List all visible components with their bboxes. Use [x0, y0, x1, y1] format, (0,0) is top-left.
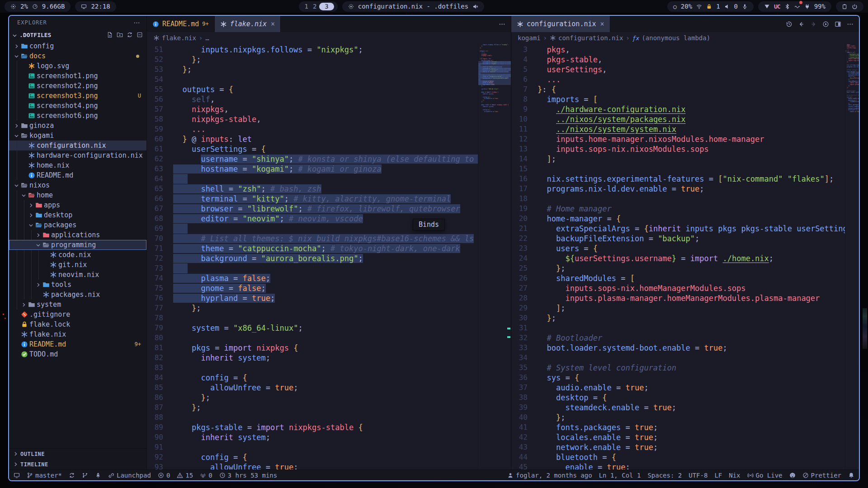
- code-line-80[interactable]: 80: [147, 333, 478, 343]
- code-line-59[interactable]: 59 ...: [147, 124, 478, 134]
- tree-item-.gitignore[interactable]: .gitignore: [9, 310, 146, 319]
- code-line-38[interactable]: 38 desktop = {: [511, 393, 845, 403]
- code-line-33[interactable]: 33 boot.loader.systemd-boot.enable = tru…: [511, 343, 845, 353]
- system-stats-pill[interactable]: 2% 9.66GB: [5, 1, 71, 12]
- status-indentation[interactable]: Spaces: 2: [647, 472, 682, 479]
- code-line-7[interactable]: 7}: {: [511, 84, 845, 94]
- code-line-85[interactable]: 85 allowUnfree = true;: [147, 383, 478, 393]
- tree-item-README.md[interactable]: README.md9+: [9, 339, 146, 349]
- code-line-3[interactable]: 3 pkgs,: [511, 45, 845, 55]
- split-editor-icon[interactable]: [835, 21, 841, 28]
- tree-item-docs[interactable]: docs: [9, 51, 146, 61]
- code-line-40[interactable]: 40 };: [511, 413, 845, 422]
- code-editor-configuration[interactable]: 3 pkgs,4 pkgs-stable,5 userSettings,6 ..…: [511, 44, 845, 469]
- minimap[interactable]: pkgs, pkgs-stable, userSettings, ...}: {…: [845, 44, 859, 469]
- code-line-53[interactable]: 53 };: [147, 65, 478, 75]
- code-line-4[interactable]: 4 pkgs-stable,: [511, 55, 845, 65]
- status-source-control-graph[interactable]: [82, 472, 88, 479]
- code-line-25[interactable]: 25 };: [511, 263, 845, 273]
- status-encoding[interactable]: UTF-8: [689, 472, 708, 479]
- breadcrumb-item[interactable]: configuration.nix: [550, 34, 623, 42]
- tree-item-tools[interactable]: tools: [9, 280, 146, 290]
- code-line-74[interactable]: 74 plasma = false;: [147, 273, 478, 283]
- code-line-58[interactable]: 58 nixpkgs-stable,: [147, 114, 478, 124]
- workspace-1[interactable]: 1: [302, 3, 310, 10]
- code-editor-flake[interactable]: 51 inputs.nixpkgs.follows = "nixpkgs";52…: [147, 44, 478, 469]
- status-cursor-position[interactable]: Ln 1, Col 1: [599, 472, 641, 479]
- code-line-62[interactable]: 62 username = "shinya"; # konsta or shin…: [147, 154, 478, 164]
- code-line-9[interactable]: 9 ./hardware-configuration.nix: [511, 104, 845, 114]
- uc-tray-icon[interactable]: UC: [774, 3, 780, 10]
- tree-item-TODO.md[interactable]: TODO.md: [9, 349, 146, 359]
- code-line-60[interactable]: 60 } @ inputs: let: [147, 134, 478, 144]
- code-line-13[interactable]: 13 inputs.sops-nix.nixosModules.sops: [511, 144, 845, 154]
- code-line-51[interactable]: 51 inputs.nixpkgs.follows = "nixpkgs";: [147, 45, 478, 55]
- code-line-41[interactable]: 41 fonts.packages = true;: [511, 422, 845, 432]
- code-line-81[interactable]: 81 pkgs = import nixpkgs {: [147, 343, 478, 353]
- code-line-79[interactable]: 79 system = "x86_64-linux";: [147, 323, 478, 333]
- tree-item-home.nix[interactable]: home.nix: [9, 160, 146, 170]
- tree-item-system[interactable]: system: [9, 300, 146, 310]
- code-line-6[interactable]: 6 ...: [511, 75, 845, 84]
- local-history-icon[interactable]: [786, 21, 793, 28]
- code-line-66[interactable]: 66 terminal = "kitty"; # kitty, alacritt…: [147, 194, 478, 204]
- code-line-42[interactable]: 42 locales.enable = true;: [511, 432, 845, 442]
- code-line-17[interactable]: 17 programs.nix-ld.dev.enable = true;: [511, 184, 845, 194]
- tree-item-screenshot4.png[interactable]: screenshot4.png: [9, 101, 146, 111]
- code-line-89[interactable]: 89 pkgs-stable = import nixpkgs-stable {: [147, 422, 478, 432]
- code-line-19[interactable]: 19 # Home manager: [511, 204, 845, 214]
- more-actions-icon[interactable]: [499, 21, 505, 28]
- tree-item-screenshot1.png[interactable]: screenshot1.png: [9, 71, 146, 81]
- code-line-76[interactable]: 76 hyprland = true;: [147, 293, 478, 303]
- new-file-icon[interactable]: [107, 32, 113, 38]
- code-line-92[interactable]: 92 config = {: [147, 452, 478, 462]
- breadcrumb-item[interactable]: …: [205, 34, 209, 42]
- status-errors[interactable]: 0: [158, 472, 170, 479]
- code-line-15[interactable]: 15: [511, 164, 845, 174]
- code-line-83[interactable]: 83: [147, 363, 478, 373]
- code-line-23[interactable]: 23 users = {: [511, 244, 845, 253]
- tree-item-kogami[interactable]: kogami: [9, 131, 146, 141]
- code-line-91[interactable]: 91: [147, 442, 478, 452]
- status-go-live[interactable]: Go Live: [747, 472, 783, 479]
- code-line-82[interactable]: 82 inherit system;: [147, 353, 478, 363]
- code-line-67[interactable]: 67 browser = "librewolf"; # firefox, lib…: [147, 204, 478, 214]
- code-line-64[interactable]: 64: [147, 174, 478, 184]
- close-tab-icon[interactable]: ×: [600, 20, 604, 28]
- code-line-43[interactable]: 43 network.enable = true;: [511, 442, 845, 452]
- status-wakatime[interactable]: 3 hrs 53 mins: [219, 472, 278, 479]
- tree-item-home[interactable]: home: [9, 190, 146, 200]
- code-line-87[interactable]: 87 };: [147, 403, 478, 413]
- tab-README.md[interactable]: README.md9+: [147, 16, 215, 32]
- tree-item-README.md[interactable]: README.md: [9, 170, 146, 180]
- tree-item-git.nix[interactable]: git.nix: [9, 260, 146, 270]
- tree-item-packages.nix[interactable]: packages.nix: [9, 290, 146, 300]
- tab-flake.nix[interactable]: flake.nix×: [215, 16, 281, 32]
- tree-item-apps[interactable]: apps: [9, 200, 146, 210]
- code-line-56[interactable]: 56 self,: [147, 94, 478, 104]
- vpn-icon[interactable]: [764, 4, 770, 9]
- tree-item-screenshot2.png[interactable]: screenshot2.png: [9, 81, 146, 91]
- code-line-73[interactable]: 73: [147, 263, 478, 273]
- code-line-88[interactable]: 88: [147, 413, 478, 422]
- code-line-57[interactable]: 57 nixpkgs,: [147, 104, 478, 114]
- minimap[interactable]: inputs.nixpkgs.follows = "nixpkgs"; }; }…: [478, 44, 511, 469]
- code-line-70[interactable]: 70 # List all themes: $ nix build nixpkg…: [147, 234, 478, 244]
- clock-pill[interactable]: 22:18: [75, 1, 116, 12]
- tree-item-neovim.nix[interactable]: neovim.nix: [9, 270, 146, 280]
- clipboard-icon[interactable]: [842, 4, 848, 9]
- code-line-32[interactable]: 32 # Bootloader: [511, 333, 845, 343]
- code-line-21[interactable]: 21 extraSpecialArgs = {inherit inputs pk…: [511, 224, 845, 234]
- hardware-pill[interactable]: ○ 20% 1 0: [667, 1, 754, 12]
- code-line-5[interactable]: 5 userSettings,: [511, 65, 845, 75]
- run-debug-icon[interactable]: [822, 21, 829, 28]
- status-launchpad[interactable]: Launchpad: [108, 472, 151, 479]
- tree-item-desktop[interactable]: desktop: [9, 210, 146, 220]
- status-prettier[interactable]: Prettier: [802, 472, 841, 479]
- tree-item-ginoza[interactable]: ginoza: [9, 121, 146, 131]
- tab-configuration.nix[interactable]: configuration.nix×: [511, 16, 610, 32]
- code-line-11[interactable]: 11 ../nixos/system/system.nix: [511, 124, 845, 134]
- code-line-84[interactable]: 84 config = {: [147, 373, 478, 383]
- code-line-52[interactable]: 52 };: [147, 55, 478, 65]
- code-line-18[interactable]: 18: [511, 194, 845, 204]
